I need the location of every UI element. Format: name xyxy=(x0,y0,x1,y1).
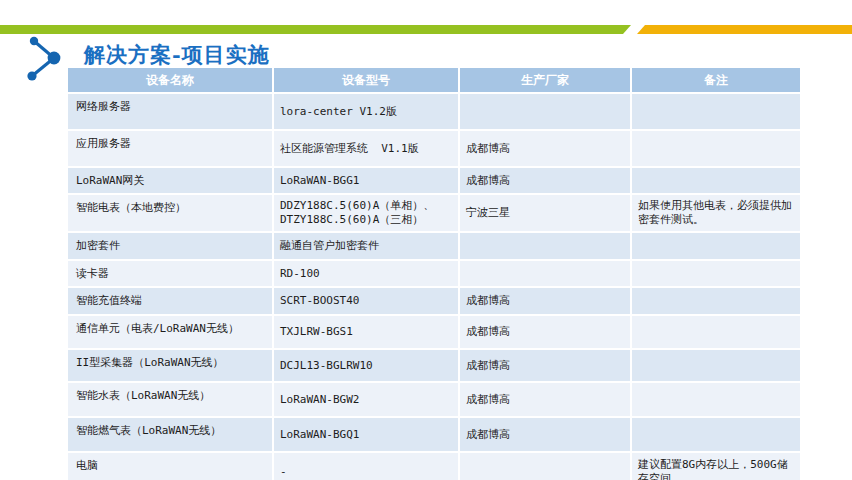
cell-model: LoRaWAN-BGG1 xyxy=(273,167,459,194)
cell-remark: 如果使用其他电表，必须提供加密套件测试。 xyxy=(631,194,801,232)
cell-model: 社区能源管理系统 V1.1版 xyxy=(273,130,459,167)
device-table-header: 设备名称 设备型号 生产厂家 备注 xyxy=(67,67,801,93)
device-table: 设备名称 设备型号 生产厂家 备注 网络服务器lora-center V1.2版… xyxy=(66,66,802,480)
header-row: 设备名称 设备型号 生产厂家 备注 xyxy=(67,67,801,93)
cell-device-name: 智能燃气表（LoRaWAN无线） xyxy=(67,417,273,452)
table-row: 电脑-建议配置8G内存以上，500G储存空间 xyxy=(67,452,801,480)
table-row: 通信单元（电表/LoRaWAN无线）TXJLRW-BGS1成都博高 xyxy=(67,315,801,349)
cell-manufacturer xyxy=(459,260,631,287)
cell-model: SCRT-BOOST40 xyxy=(273,287,459,315)
cell-model: 融通自管户加密套件 xyxy=(273,232,459,260)
table-row: 加密套件融通自管户加密套件 xyxy=(67,232,801,260)
cell-model: RD-100 xyxy=(273,260,459,287)
cell-model: DCJL13-BGLRW10 xyxy=(273,349,459,382)
cell-remark xyxy=(631,382,801,417)
cell-manufacturer xyxy=(459,93,631,130)
column-header-manufacturer: 生产厂家 xyxy=(459,67,631,93)
cell-remark xyxy=(631,349,801,382)
cell-device-name: 通信单元（电表/LoRaWAN无线） xyxy=(67,315,273,349)
table-row: 网络服务器lora-center V1.2版 xyxy=(67,93,801,130)
cell-manufacturer: 成都博高 xyxy=(459,130,631,167)
table-row: 读卡器RD-100 xyxy=(67,260,801,287)
cell-device-name: 智能水表（LoRaWAN无线） xyxy=(67,382,273,417)
cell-manufacturer xyxy=(459,232,631,260)
cell-manufacturer xyxy=(459,452,631,480)
table-row: II型采集器（LoRaWAN无线）DCJL13-BGLRW10成都博高 xyxy=(67,349,801,382)
column-header-device-name: 设备名称 xyxy=(67,67,273,93)
cell-remark: 建议配置8G内存以上，500G储存空间 xyxy=(631,452,801,480)
cell-model: LoRaWAN-BGQ1 xyxy=(273,417,459,452)
cell-remark xyxy=(631,167,801,194)
cell-manufacturer: 成都博高 xyxy=(459,349,631,382)
table-row: 智能充值终端SCRT-BOOST40成都博高 xyxy=(67,287,801,315)
cell-device-name: II型采集器（LoRaWAN无线） xyxy=(67,349,273,382)
cell-remark xyxy=(631,287,801,315)
table-row: 应用服务器社区能源管理系统 V1.1版成都博高 xyxy=(67,130,801,167)
cell-manufacturer: 成都博高 xyxy=(459,417,631,452)
cell-manufacturer: 成都博高 xyxy=(459,382,631,417)
cell-device-name: LoRaWAN网关 xyxy=(67,167,273,194)
cell-remark xyxy=(631,260,801,287)
column-header-remark: 备注 xyxy=(631,67,801,93)
slide: 解决方案-项目实施 设备名称 设备型号 生产厂家 备注 网络服务器lora-ce… xyxy=(0,0,852,480)
cell-remark xyxy=(631,93,801,130)
device-table-container: 设备名称 设备型号 生产厂家 备注 网络服务器lora-center V1.2版… xyxy=(66,66,802,480)
cell-remark xyxy=(631,417,801,452)
cell-manufacturer: 成都博高 xyxy=(459,315,631,349)
cell-device-name: 网络服务器 xyxy=(67,93,273,130)
cell-model: TXJLRW-BGS1 xyxy=(273,315,459,349)
cell-manufacturer: 成都博高 xyxy=(459,287,631,315)
table-row: 智能水表（LoRaWAN无线）LoRaWAN-BGW2成都博高 xyxy=(67,382,801,417)
cell-device-name: 读卡器 xyxy=(67,260,273,287)
cell-device-name: 应用服务器 xyxy=(67,130,273,167)
cell-manufacturer: 成都博高 xyxy=(459,167,631,194)
page-title: 解决方案-项目实施 xyxy=(84,41,270,69)
cell-remark xyxy=(631,130,801,167)
table-row: 智能电表（本地费控）DDZY188C.5(60)A（单相）、 DTZY188C.… xyxy=(67,194,801,232)
top-accent-bar-green xyxy=(0,25,631,34)
cell-manufacturer: 宁波三星 xyxy=(459,194,631,232)
top-accent-bar-gold xyxy=(637,25,852,34)
cell-device-name: 智能电表（本地费控） xyxy=(67,194,273,232)
cell-model: - xyxy=(273,452,459,480)
cell-device-name: 加密套件 xyxy=(67,232,273,260)
cell-remark xyxy=(631,315,801,349)
cell-model: LoRaWAN-BGW2 xyxy=(273,382,459,417)
column-header-model: 设备型号 xyxy=(273,67,459,93)
table-row: 智能燃气表（LoRaWAN无线）LoRaWAN-BGQ1成都博高 xyxy=(67,417,801,452)
cell-device-name: 电脑 xyxy=(67,452,273,480)
cell-remark xyxy=(631,232,801,260)
cell-model: lora-center V1.2版 xyxy=(273,93,459,130)
table-row: LoRaWAN网关LoRaWAN-BGG1成都博高 xyxy=(67,167,801,194)
device-table-body: 网络服务器lora-center V1.2版应用服务器社区能源管理系统 V1.1… xyxy=(67,93,801,480)
cell-model: DDZY188C.5(60)A（单相）、 DTZY188C.5(60)A（三相） xyxy=(273,194,459,232)
cell-device-name: 智能充值终端 xyxy=(67,287,273,315)
network-nodes-icon xyxy=(14,32,70,84)
